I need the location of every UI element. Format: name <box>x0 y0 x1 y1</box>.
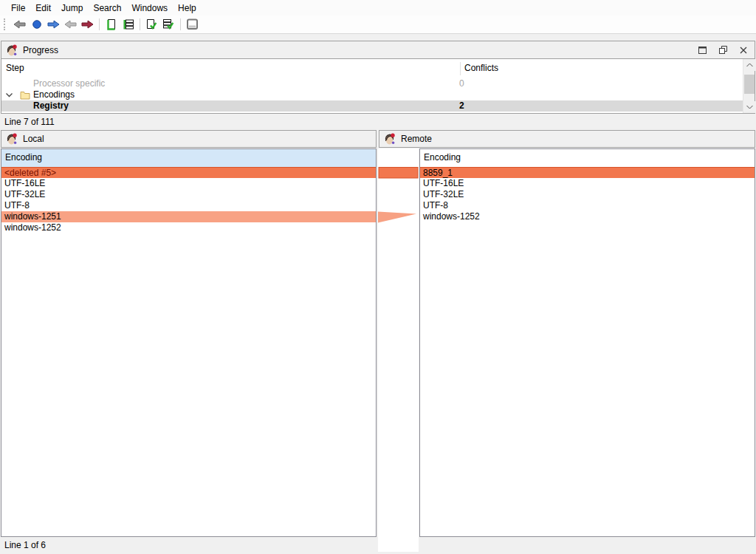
list-item-utf32le[interactable]: UTF-32LE <box>420 189 755 200</box>
scroll-up-button[interactable] <box>743 59 755 71</box>
local-pane-header: Local <box>1 130 377 148</box>
list-item-windows1252[interactable]: windows-1252 <box>1 222 376 233</box>
menu-help[interactable]: Help <box>173 1 202 15</box>
diff-connector-graphics <box>378 148 419 552</box>
back-arrow-icon <box>13 20 26 29</box>
prev-change-arrow-icon <box>64 20 77 29</box>
stack-icon <box>123 18 134 30</box>
list-item-windows1251[interactable]: windows-1251 <box>1 211 376 222</box>
progress-row-encodings[interactable]: Encodings <box>1 89 743 100</box>
forward-arrow-icon <box>47 20 60 29</box>
next-conflict-arrow-icon <box>81 20 94 29</box>
maximize-button[interactable] <box>695 44 709 57</box>
toolbar-grip[interactable] <box>4 18 7 30</box>
list-item-8859-1[interactable]: 8859_1 <box>420 167 755 178</box>
restore-button[interactable] <box>716 44 729 57</box>
deletion-wedge <box>378 212 416 223</box>
column-step[interactable]: Step <box>6 63 24 73</box>
progress-table: Step Conflicts Processor specific 0 Enco… <box>1 59 755 113</box>
local-pane: Encoding <deleted #5> UTF-16LE UTF-32LE … <box>1 148 377 537</box>
remote-encoding-column-header[interactable]: Encoding <box>420 149 755 167</box>
step-label: Processor specific <box>33 78 105 89</box>
stop-circle-button[interactable] <box>28 16 45 33</box>
forward-arrow-button[interactable] <box>45 16 62 33</box>
page-button[interactable] <box>103 16 120 33</box>
progress-panel: Progress Step Conflicts Processor specif… <box>1 41 755 114</box>
scrollbar-thumb[interactable] <box>744 75 755 94</box>
back-arrow-button[interactable] <box>11 16 28 33</box>
column-separator[interactable] <box>460 62 461 75</box>
local-encoding-column-header[interactable]: Encoding <box>1 149 376 167</box>
progress-status-line: Line 7 of 111 <box>0 114 756 130</box>
menu-windows[interactable]: Windows <box>126 1 173 15</box>
progress-table-header[interactable]: Step Conflicts <box>1 59 755 78</box>
toolbar-separator <box>99 18 100 30</box>
app-face-icon <box>384 133 396 145</box>
menu-edit[interactable]: Edit <box>30 1 56 15</box>
remote-pane-header: Remote <box>379 130 755 148</box>
chevron-down-icon[interactable] <box>5 91 13 99</box>
page-check-icon <box>145 18 158 30</box>
monitor-button[interactable] <box>184 16 201 33</box>
window-buttons <box>695 44 750 57</box>
progress-row-registry[interactable]: Registry 2 <box>1 100 743 112</box>
page-icon <box>106 18 117 30</box>
toolbar-separator <box>180 18 181 30</box>
list-item-utf16le[interactable]: UTF-16LE <box>1 178 376 189</box>
stack-button[interactable] <box>120 16 137 33</box>
folder-icon <box>20 90 30 100</box>
progress-title-bar: Progress <box>1 41 755 59</box>
toolbar <box>0 16 756 34</box>
progress-row-processor-specific[interactable]: Processor specific 0 <box>1 78 743 89</box>
list-item-utf8[interactable]: UTF-8 <box>420 200 755 211</box>
monitor-icon <box>186 18 199 30</box>
list-item-windows1252[interactable]: windows-1252 <box>420 211 755 222</box>
local-pane-title: Local <box>23 134 44 144</box>
column-conflicts[interactable]: Conflicts <box>464 63 498 73</box>
stop-circle-icon <box>32 19 42 30</box>
list-item-deleted-5[interactable]: <deleted #5> <box>1 167 376 178</box>
menu-search[interactable]: Search <box>88 1 126 15</box>
step-label: Registry <box>33 100 69 112</box>
next-conflict-button[interactable] <box>79 16 96 33</box>
progress-scrollbar[interactable] <box>743 59 755 113</box>
diff-connector-strip <box>378 148 419 552</box>
menu-bar: File Edit Jump Search Windows Help <box>0 0 756 16</box>
conflict-band <box>379 168 418 179</box>
close-icon[interactable] <box>737 44 750 57</box>
app-face-icon <box>6 44 18 56</box>
toolbar-separator <box>140 18 140 30</box>
list-item-utf8[interactable]: UTF-8 <box>1 200 376 211</box>
menu-jump[interactable]: Jump <box>56 1 88 15</box>
scroll-down-button[interactable] <box>743 101 755 113</box>
conflicts-value: 2 <box>459 100 464 112</box>
progress-title: Progress <box>23 45 58 55</box>
app-face-icon <box>6 133 18 145</box>
menu-file[interactable]: File <box>6 1 30 15</box>
prev-change-button[interactable] <box>62 16 79 33</box>
remote-pane: Encoding 8859_1 UTF-16LE UTF-32LE UTF-8 … <box>419 148 755 537</box>
list-item-utf16le[interactable]: UTF-16LE <box>420 178 755 189</box>
step-label: Encodings <box>33 89 75 100</box>
page-check-button[interactable] <box>143 16 160 33</box>
list-item-utf32le[interactable]: UTF-32LE <box>1 189 376 200</box>
stack-check-button[interactable] <box>160 16 177 33</box>
remote-pane-title: Remote <box>401 134 432 144</box>
conflicts-value: 0 <box>459 78 464 89</box>
stack-check-icon <box>162 18 175 30</box>
